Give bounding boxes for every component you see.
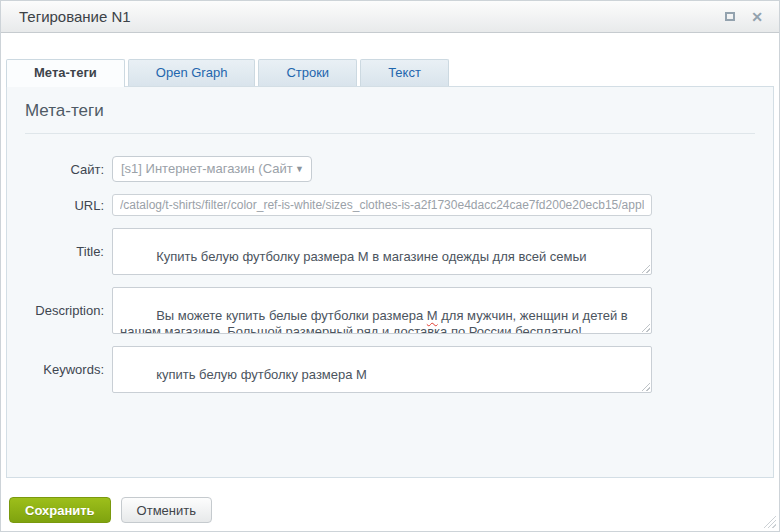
meta-tags-panel: Мета-теги Сайт: [s1] Интернет-магазин (С… <box>6 86 774 478</box>
url-input <box>112 194 652 216</box>
title-textarea[interactable]: Купить белую футболку размера М в магази… <box>112 228 652 275</box>
url-row: URL: <box>7 194 773 216</box>
site-row: Сайт: [s1] Интернет-магазин (Сайт ▼ <box>7 156 773 182</box>
tagging-dialog: Тегирование N1 ✕ Мета-теги Open Graph Ст… <box>0 0 780 532</box>
keywords-resize-handle[interactable] <box>640 381 650 391</box>
cancel-button[interactable]: Отменить <box>121 497 212 523</box>
close-icon: ✕ <box>751 10 763 24</box>
chevron-down-icon: ▼ <box>295 157 304 181</box>
dialog-footer: Сохранить Отменить <box>9 497 779 523</box>
title-label: Title: <box>7 244 112 259</box>
dialog-title: Тегирование N1 <box>19 8 709 25</box>
tab-open-graph[interactable]: Open Graph <box>128 59 256 86</box>
description-misspelled-word: М <box>427 308 438 323</box>
description-textarea[interactable]: Вы можете купить белые футболки размера … <box>112 287 652 334</box>
keywords-textarea[interactable]: купить белую футболку размера М <box>112 346 652 393</box>
description-value-before: Вы можете купить белые футболки размера <box>156 308 427 323</box>
title-resize-handle[interactable] <box>640 263 650 273</box>
meta-tags-form: Сайт: [s1] Интернет-магазин (Сайт ▼ URL:… <box>7 156 773 393</box>
keywords-value: купить белую футболку размера М <box>156 367 367 382</box>
keywords-label: Keywords: <box>7 362 112 377</box>
tab-meta-tags[interactable]: Мета-теги <box>6 59 125 87</box>
description-row: Description: Вы можете купить белые футб… <box>7 287 773 334</box>
title-row: Title: Купить белую футболку размера М в… <box>7 228 773 275</box>
tab-bar: Мета-теги Open Graph Строки Текст <box>6 59 774 86</box>
description-resize-handle[interactable] <box>640 322 650 332</box>
save-button[interactable]: Сохранить <box>9 497 111 523</box>
title-value: Купить белую футболку размера М в магази… <box>156 249 586 264</box>
tab-strings[interactable]: Строки <box>258 59 357 86</box>
keywords-row: Keywords: купить белую футболку размера … <box>7 346 773 393</box>
section-heading: Мета-теги <box>7 87 773 121</box>
site-label: Сайт: <box>7 162 112 177</box>
close-button[interactable]: ✕ <box>751 10 763 24</box>
description-label: Description: <box>7 303 112 318</box>
maximize-icon <box>725 12 735 21</box>
section-divider <box>25 133 755 134</box>
site-select-value: [s1] Интернет-магазин (Сайт <box>121 161 293 176</box>
url-label: URL: <box>7 198 112 213</box>
tab-text[interactable]: Текст <box>360 59 449 86</box>
titlebar: Тегирование N1 ✕ <box>1 1 779 33</box>
site-select: [s1] Интернет-магазин (Сайт ▼ <box>112 156 312 182</box>
maximize-button[interactable] <box>725 12 735 21</box>
